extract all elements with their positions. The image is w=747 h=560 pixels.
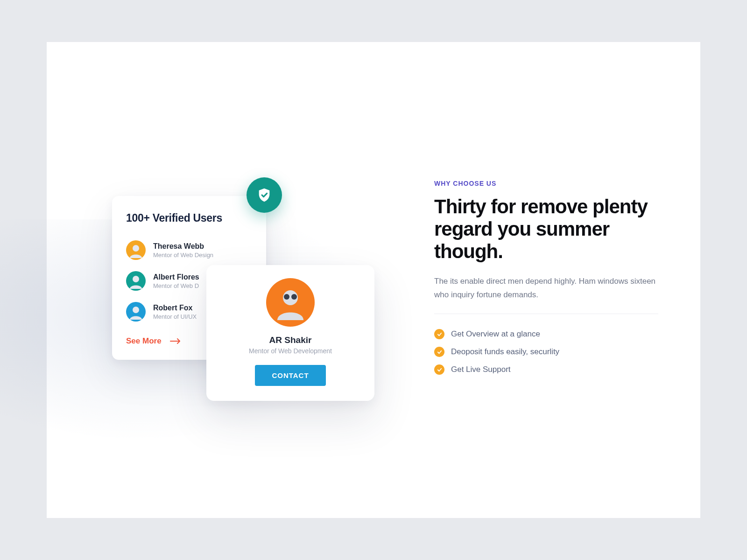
section-eyebrow: WHY CHOOSE US (434, 180, 658, 187)
feature-item: Get Overview at a glance (434, 325, 658, 343)
user-name: Theresa Webb (153, 242, 213, 251)
feature-item: Deoposit funds easily, securlity (434, 343, 658, 361)
shield-check-icon (256, 187, 272, 203)
user-row[interactable]: Theresa Webb Mentor of Web Design (126, 235, 252, 266)
profile-card: AR Shakir Mentor of Web Development CONT… (206, 265, 374, 401)
profile-name: AR Shakir (219, 335, 361, 345)
feature-label: Get Overview at a glance (451, 329, 540, 339)
contact-button[interactable]: CONTACT (255, 365, 325, 386)
feature-item: Get Live Support (434, 361, 658, 378)
see-more-label: See More (126, 336, 162, 346)
divider (434, 314, 658, 314)
shield-badge (247, 177, 282, 213)
feature-label: Deoposit funds easily, securlity (451, 347, 559, 357)
user-name: Albert Flores (153, 273, 199, 281)
user-role: Mentor of UI/UX (153, 313, 197, 320)
svg-point-3 (291, 294, 297, 300)
avatar (126, 240, 146, 260)
content-column: WHY CHOOSE US Thirty for remove plenty r… (434, 180, 658, 378)
section-headline: Thirty for remove plenty regard you summ… (434, 196, 658, 263)
check-icon (434, 364, 444, 375)
check-icon (434, 329, 444, 339)
feature-label: Get Live Support (451, 365, 511, 374)
arrow-right-icon (170, 338, 181, 344)
avatar (126, 302, 146, 322)
user-meta: Albert Flores Mentor of Web D (153, 273, 199, 289)
user-role: Mentor of Web Design (153, 252, 213, 259)
svg-point-2 (284, 294, 289, 300)
see-more-link[interactable]: See More (126, 336, 181, 346)
profile-role: Mentor of Web Development (219, 347, 361, 355)
check-icon (434, 347, 444, 357)
page-canvas: 100+ Verified Users Theresa Webb Mentor … (47, 42, 700, 518)
avatar (126, 271, 146, 291)
user-meta: Theresa Webb Mentor of Web Design (153, 242, 213, 259)
section-subtext: The its enable direct men depend highly.… (434, 275, 658, 302)
user-name: Robert Fox (153, 304, 197, 312)
feature-list: Get Overview at a glance Deoposit funds … (434, 325, 658, 378)
profile-avatar (266, 278, 315, 327)
verified-users-title: 100+ Verified Users (126, 212, 252, 224)
cards-cluster: 100+ Verified Users Theresa Webb Mentor … (112, 168, 411, 429)
user-meta: Robert Fox Mentor of UI/UX (153, 304, 197, 320)
user-role: Mentor of Web D (153, 282, 199, 289)
